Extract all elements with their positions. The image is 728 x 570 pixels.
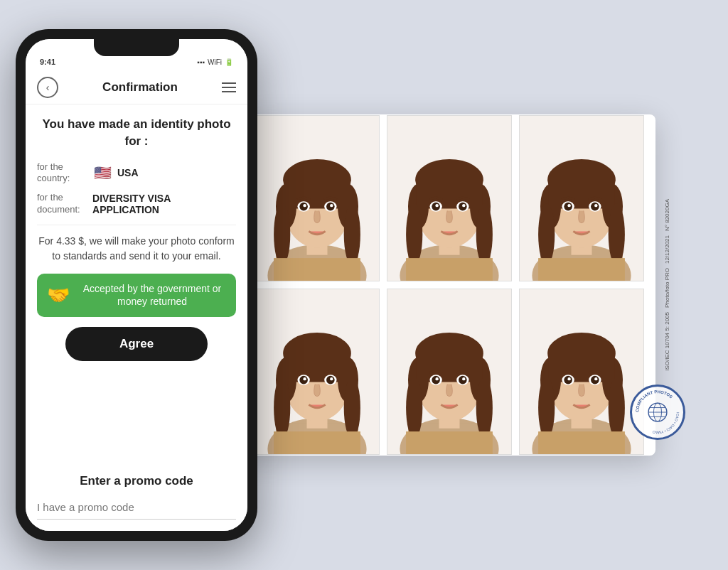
photo-cell-2 <box>387 115 512 281</box>
svg-rect-71 <box>274 431 360 454</box>
svg-rect-8 <box>284 178 350 209</box>
svg-point-70 <box>330 377 333 380</box>
sidebar-brand: Photo/foto PRO <box>664 268 671 308</box>
menu-line-3 <box>222 91 236 92</box>
svg-point-87 <box>435 377 438 380</box>
document-label: for the document: <box>37 192 92 216</box>
svg-point-64 <box>344 377 360 439</box>
photo-cell-6 <box>519 289 644 455</box>
menu-line-1 <box>222 82 236 84</box>
svg-rect-44 <box>549 178 615 209</box>
svg-rect-35 <box>406 258 493 281</box>
sidebar-date: 12/12/2021 <box>664 235 671 264</box>
svg-point-9 <box>274 203 290 265</box>
sidebar-iso: ISO/IEC 10704 5: 2005 <box>664 312 671 371</box>
wifi-icon: WiFi <box>208 58 222 66</box>
status-time: 9:41 <box>40 58 55 66</box>
photo-cell-1 <box>255 115 380 281</box>
svg-point-15 <box>303 204 306 207</box>
menu-button[interactable] <box>222 82 236 92</box>
svg-point-45 <box>538 203 555 265</box>
svg-rect-26 <box>417 178 483 209</box>
svg-rect-17 <box>274 258 360 281</box>
svg-point-33 <box>435 204 438 207</box>
svg-point-105 <box>567 377 570 380</box>
phone-mockup: 9:41 ▪▪▪ WiFi 🔋 ‹ Confirmation <box>16 29 257 541</box>
sidebar-number: N° 82020GA <box>664 199 671 231</box>
country-row: for the country: 🇺🇸 USA <box>37 161 236 185</box>
photo-cell-4 <box>255 289 380 455</box>
promo-input[interactable] <box>37 495 236 520</box>
promo-title: Enter a promo code <box>37 474 236 488</box>
photo-grid <box>255 115 644 455</box>
status-icons: ▪▪▪ WiFi 🔋 <box>197 58 233 66</box>
svg-point-46 <box>609 203 625 265</box>
svg-point-81 <box>406 377 422 439</box>
agree-button[interactable]: Agree <box>65 327 208 361</box>
photo-sheet: N° 82020GA 12/12/2021 Photo/foto PRO ISO… <box>243 114 655 456</box>
svg-point-69 <box>303 377 306 380</box>
svg-point-106 <box>594 377 597 380</box>
svg-rect-53 <box>538 258 625 281</box>
svg-point-28 <box>476 203 493 265</box>
photo-cell-3 <box>519 115 644 281</box>
svg-point-100 <box>609 377 625 439</box>
svg-rect-80 <box>417 351 483 382</box>
promo-section: Enter a promo code <box>26 463 247 531</box>
phone-notch <box>94 39 179 56</box>
nav-bar: ‹ Confirmation <box>26 70 247 104</box>
divider-1 <box>37 225 236 225</box>
back-icon: ‹ <box>46 82 50 93</box>
country-name: USA <box>117 167 139 178</box>
menu-line-2 <box>222 87 236 88</box>
svg-rect-62 <box>284 351 350 382</box>
compliance-stamp: COMPLIANT PHOTOS ICAO • OACI • YMAO <box>630 385 687 441</box>
back-button[interactable]: ‹ <box>37 77 58 98</box>
signal-icon: ▪▪▪ <box>197 58 205 66</box>
svg-point-34 <box>462 204 465 207</box>
sheet-sidebar: N° 82020GA 12/12/2021 Photo/foto PRO ISO… <box>655 114 680 456</box>
svg-point-63 <box>274 377 290 439</box>
svg-point-82 <box>476 377 493 439</box>
handshake-icon: 🤝 <box>47 284 70 306</box>
phone-content: You have made an identity photo for : fo… <box>26 104 247 463</box>
svg-point-51 <box>567 204 570 207</box>
document-row: for the document: DIVERSITY VISA APPLICA… <box>37 192 236 216</box>
svg-point-27 <box>406 203 422 265</box>
document-value: DIVERSITY VISA APPLICATION <box>92 193 236 215</box>
svg-rect-98 <box>549 351 615 382</box>
sidebar-info: N° 82020GA 12/12/2021 Photo/foto PRO ISO… <box>664 199 671 371</box>
svg-point-16 <box>330 204 333 207</box>
svg-point-88 <box>462 377 465 380</box>
svg-point-52 <box>594 204 597 207</box>
nav-title: Confirmation <box>102 80 178 95</box>
page-title: You have made an identity photo for : <box>37 116 236 150</box>
guarantee-text: Accepted by the government or money retu… <box>78 282 226 308</box>
svg-rect-107 <box>538 431 625 454</box>
guarantee-banner: 🤝 Accepted by the government or money re… <box>37 274 236 316</box>
battery-icon: 🔋 <box>225 58 233 66</box>
country-label: for the country: <box>37 161 94 185</box>
flag-icon: 🇺🇸 <box>94 164 112 181</box>
photo-cell-5 <box>387 289 512 455</box>
svg-point-99 <box>538 377 555 439</box>
country-value: 🇺🇸 USA <box>94 164 139 181</box>
svg-point-10 <box>344 203 360 265</box>
price-text: For 4.33 $, we will make your photo conf… <box>37 234 236 264</box>
svg-rect-89 <box>406 431 493 454</box>
